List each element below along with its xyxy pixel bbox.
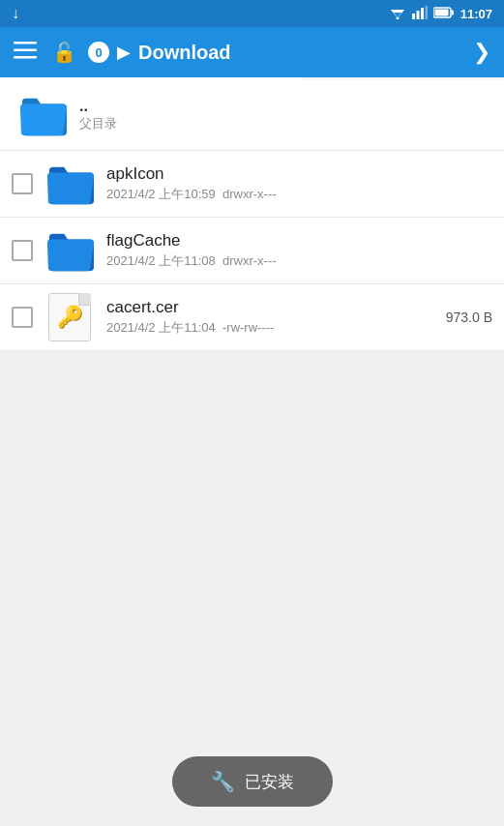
- svg-rect-3: [412, 14, 415, 19]
- clock: 11:07: [460, 7, 492, 21]
- parent-dir-label: 父目录: [79, 115, 117, 133]
- current-path-title: Download: [138, 42, 461, 64]
- svg-rect-11: [14, 49, 37, 52]
- menu-button[interactable]: [10, 36, 41, 69]
- list-item[interactable]: 🔑 cacert.cer 2021/4/2 上午11:04 -rw-rw----…: [0, 284, 504, 351]
- item-checkbox-cacert[interactable]: [12, 307, 33, 328]
- item-checkbox-flagcache[interactable]: [12, 240, 33, 261]
- parent-dir-info: .. 父目录: [79, 98, 117, 133]
- selection-count-badge: 0: [88, 42, 109, 63]
- parent-directory-item[interactable]: .. 父目录: [0, 80, 504, 151]
- file-meta-cacert: 2021/4/2 上午11:04 -rw-rw----: [106, 319, 446, 337]
- file-meta-flagcache: 2021/4/2 上午11:08 drwxr-x---: [106, 252, 492, 270]
- list-item[interactable]: apkIcon 2021/4/2 上午10:59 drwxr-x---: [0, 151, 504, 218]
- svg-rect-8: [451, 10, 454, 15]
- svg-rect-4: [416, 11, 419, 19]
- cert-file-icon: 🔑: [44, 292, 95, 342]
- path-separator-icon: ▶: [117, 42, 131, 63]
- svg-rect-12: [14, 56, 37, 59]
- svg-point-2: [396, 16, 399, 19]
- signal-icon: [412, 6, 428, 22]
- svg-rect-5: [421, 8, 424, 19]
- wifi-icon: [389, 6, 406, 22]
- installed-button[interactable]: 🔧 已安装: [172, 756, 333, 807]
- file-list: .. 父目录 apkIcon 2021/4/2 上午10:59 drwxr-x-…: [0, 80, 504, 351]
- file-info-apkicon: apkIcon 2021/4/2 上午10:59 drwxr-x---: [106, 164, 492, 203]
- file-info-cacert: cacert.cer 2021/4/2 上午11:04 -rw-rw----: [106, 298, 446, 337]
- file-name-apkicon: apkIcon: [106, 164, 492, 184]
- toolbar: 🔓 0 ▶ Download ❯: [0, 27, 504, 77]
- file-info-flagcache: flagCache 2021/4/2 上午11:08 drwxr-x---: [106, 231, 492, 270]
- lock-icon: 🔓: [48, 37, 80, 68]
- svg-rect-6: [425, 6, 428, 19]
- parent-dir-dots: ..: [79, 98, 117, 115]
- more-options-button[interactable]: ❯: [469, 36, 494, 69]
- download-notification-icon: ↓: [12, 5, 19, 22]
- list-item[interactable]: flagCache 2021/4/2 上午11:08 drwxr-x---: [0, 218, 504, 284]
- svg-rect-10: [14, 42, 37, 44]
- file-name-flagcache: flagCache: [106, 231, 492, 251]
- item-checkbox-apkicon[interactable]: [12, 173, 33, 194]
- parent-dir-folder-icon: [17, 90, 68, 140]
- file-meta-apkicon: 2021/4/2 上午10:59 drwxr-x---: [106, 186, 492, 203]
- key-icon: 🔑: [57, 305, 83, 330]
- file-size-cacert: 973.0 B: [446, 310, 492, 325]
- file-name-cacert: cacert.cer: [106, 298, 446, 317]
- bottom-bar: 🔧 已安装: [172, 756, 333, 807]
- status-bar: ↓ 11:07: [0, 0, 504, 27]
- install-icon: 🔧: [211, 770, 235, 793]
- battery-icon: [433, 7, 455, 21]
- installed-button-label: 已安装: [245, 771, 294, 793]
- folder-icon-apkicon: [44, 159, 95, 209]
- svg-rect-9: [434, 9, 448, 15]
- folder-icon-flagcache: [44, 225, 95, 276]
